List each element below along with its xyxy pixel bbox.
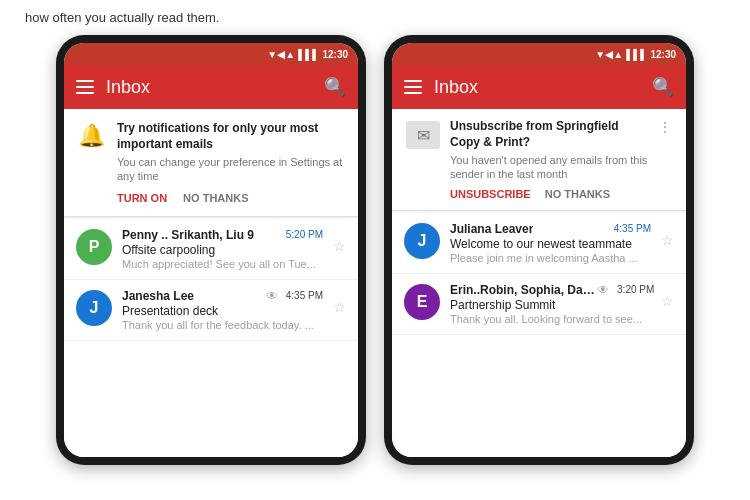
status-icons-2: ▼◀▲ ▌▌▌ 12:30 (595, 49, 676, 60)
time-with-icon-2: 👁 4:35 PM (266, 289, 323, 303)
email-subject-3: Welcome to our newest teammate (450, 237, 651, 251)
menu-button-1[interactable] (76, 80, 94, 94)
star-icon-2[interactable]: ☆ (333, 299, 346, 315)
email-row-4[interactable]: E Erin..Robin, Sophia, Dave 9 👁 3:20 PM … (392, 274, 686, 335)
email-preview-4: Thank you all. Looking forward to see... (450, 313, 651, 325)
email-time-4: 3:20 PM (617, 284, 654, 295)
email-subject-1: Offsite carpooling (122, 243, 323, 257)
unsub-actions: UNSUBSCRIBE NO THANKS (450, 188, 648, 200)
email-row-3[interactable]: J Juliana Leaver 4:35 PM Welcome to our … (392, 213, 686, 274)
notification-actions: TURN ON NO THANKS (117, 192, 344, 204)
email-sender-3: Juliana Leaver (450, 222, 533, 236)
email-time-2: 4:35 PM (286, 290, 323, 301)
email-content-3: Juliana Leaver 4:35 PM Welcome to our ne… (450, 222, 651, 264)
search-icon-2[interactable]: 🔍 (652, 76, 674, 98)
no-thanks-button-1[interactable]: NO THANKS (183, 192, 248, 204)
mail-icon: ✉ (406, 121, 440, 149)
email-row-2[interactable]: J Janesha Lee 👁 4:35 PM Presentation dec… (64, 280, 358, 341)
email-list-1: 🔔 Try notifications for only your most i… (64, 109, 358, 457)
email-preview-3: Please join me in welcoming Aastha ... (450, 252, 651, 264)
unsub-body: You haven't opened any emails from this … (450, 153, 648, 182)
email-subject-4: Partnership Summit (450, 298, 651, 312)
menu-button-2[interactable] (404, 80, 422, 94)
email-sender-2: Janesha Lee (122, 289, 194, 303)
toolbar-title-2: Inbox (434, 77, 640, 98)
email-time-3: 4:35 PM (614, 223, 651, 234)
email-content-2: Janesha Lee 👁 4:35 PM Presentation deck … (122, 289, 323, 331)
turn-on-button[interactable]: TURN ON (117, 192, 167, 204)
no-thanks-button-2[interactable]: NO THANKS (545, 188, 610, 200)
notification-title: Try notifications for only your most imp… (117, 121, 344, 152)
signal-bars-1: ▌▌▌ (298, 49, 319, 60)
notification-content: Try notifications for only your most imp… (117, 121, 344, 204)
phone-2: ▼◀▲ ▌▌▌ 12:30 Inbox 🔍 ✉ Unsubscr (384, 35, 694, 465)
email-content-1: Penny .. Srikanth, Liu 9 5:20 PM Offsite… (122, 228, 323, 270)
email-sender-1: Penny .. Srikanth, Liu 9 (122, 228, 254, 242)
phone-2-screen: ▼◀▲ ▌▌▌ 12:30 Inbox 🔍 ✉ Unsubscr (392, 43, 686, 457)
email-content-4: Erin..Robin, Sophia, Dave 9 👁 3:20 PM Pa… (450, 283, 651, 325)
email-time-1: 5:20 PM (286, 229, 323, 240)
avatar-3: J (404, 223, 440, 259)
email-subject-2: Presentation deck (122, 304, 323, 318)
wifi-icon-1: ▼◀▲ (267, 49, 295, 60)
unsubscribe-button[interactable]: UNSUBSCRIBE (450, 188, 531, 200)
status-bar-2: ▼◀▲ ▌▌▌ 12:30 (392, 43, 686, 65)
time-with-icon-4: 👁 3:20 PM (597, 283, 651, 297)
intro-text: how often you actually read them. (25, 10, 725, 25)
status-bar-1: ▼◀▲ ▌▌▌ 12:30 (64, 43, 358, 65)
bell-icon: 🔔 (78, 123, 105, 149)
email-row-1[interactable]: P Penny .. Srikanth, Liu 9 5:20 PM Offsi… (64, 219, 358, 280)
status-icons-1: ▼◀▲ ▌▌▌ 12:30 (267, 49, 348, 60)
avatar-1: P (76, 229, 112, 265)
email-sender-4: Erin..Robin, Sophia, Dave 9 (450, 283, 597, 297)
star-icon-3[interactable]: ☆ (661, 232, 674, 248)
star-icon-4[interactable]: ☆ (661, 293, 674, 309)
toolbar-title-1: Inbox (106, 77, 312, 98)
signal-bars-2: ▌▌▌ (626, 49, 647, 60)
unsubscribe-card: ✉ Unsubscribe from Springfield Copy & Pr… (392, 109, 686, 211)
search-icon-1[interactable]: 🔍 (324, 76, 346, 98)
notification-card: 🔔 Try notifications for only your most i… (64, 109, 358, 217)
wifi-icon-2: ▼◀▲ (595, 49, 623, 60)
time-2: 12:30 (650, 49, 676, 60)
email-header-4: Erin..Robin, Sophia, Dave 9 👁 3:20 PM (450, 283, 651, 297)
unsub-content: Unsubscribe from Springfield Copy & Prin… (450, 119, 648, 200)
notification-body: You can change your preference in Settin… (117, 155, 344, 184)
email-header-2: Janesha Lee 👁 4:35 PM (122, 289, 323, 303)
phone-1-screen: ▼◀▲ ▌▌▌ 12:30 Inbox 🔍 🔔 Try not (64, 43, 358, 457)
gmail-toolbar-2: Inbox 🔍 (392, 65, 686, 109)
avatar-4: E (404, 284, 440, 320)
email-list-2: ✉ Unsubscribe from Springfield Copy & Pr… (392, 109, 686, 457)
email-preview-2: Thank you all for the feedback today. ..… (122, 319, 323, 331)
gmail-toolbar-1: Inbox 🔍 (64, 65, 358, 109)
eye-icon-2: 👁 (266, 289, 278, 303)
unsub-title: Unsubscribe from Springfield Copy & Prin… (450, 119, 648, 150)
email-header-1: Penny .. Srikanth, Liu 9 5:20 PM (122, 228, 323, 242)
avatar-2: J (76, 290, 112, 326)
more-options-icon[interactable]: ⋮ (658, 119, 672, 135)
star-icon-1[interactable]: ☆ (333, 238, 346, 254)
phones-container: ▼◀▲ ▌▌▌ 12:30 Inbox 🔍 🔔 Try not (56, 35, 694, 465)
phone-1: ▼◀▲ ▌▌▌ 12:30 Inbox 🔍 🔔 Try not (56, 35, 366, 465)
email-preview-1: Much appreciated! See you all on Tue... (122, 258, 323, 270)
email-header-3: Juliana Leaver 4:35 PM (450, 222, 651, 236)
eye-icon-4: 👁 (597, 283, 609, 297)
time-1: 12:30 (322, 49, 348, 60)
